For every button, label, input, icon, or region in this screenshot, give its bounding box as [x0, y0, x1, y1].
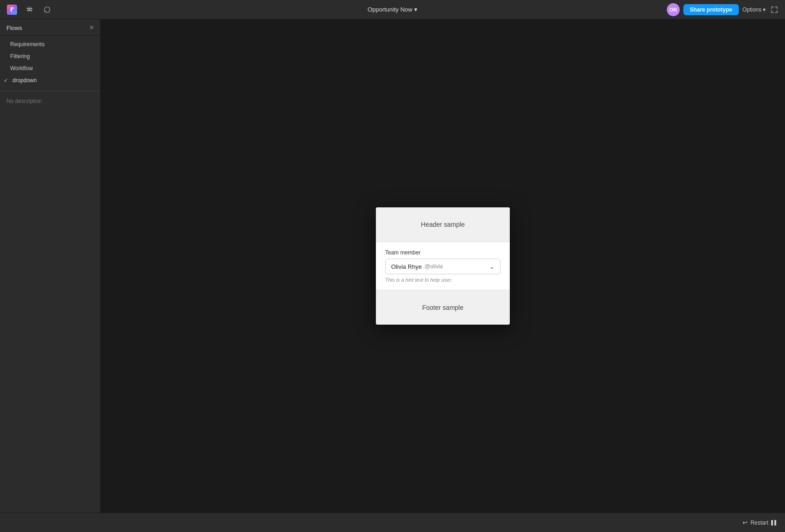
header-label: Header sample [421, 221, 465, 228]
svg-rect-2 [27, 10, 32, 11]
sidebar: Flows × Requirements Filtering Workflow … [0, 19, 101, 513]
topbar-right: OR Share prototype Options ▾ [667, 3, 779, 16]
flows-list: Requirements Filtering Workflow ✓ dropdo… [0, 36, 100, 89]
sidebar-divider [0, 91, 100, 91]
card-footer: Footer sample [376, 290, 510, 325]
flow-item-dropdown[interactable]: ✓ dropdown [0, 74, 100, 86]
dropdown-value: Olivia Rhye @olivia [391, 263, 443, 270]
title-text: Opportunity Now [368, 6, 412, 13]
share-prototype-button[interactable]: Share prototype [683, 4, 739, 15]
flow-label: Workflow [10, 65, 33, 72]
avatar: OR [667, 3, 680, 16]
figma-home-icon[interactable] [6, 3, 18, 16]
options-button[interactable]: Options ▾ [743, 6, 766, 13]
main-area: Flows × Requirements Filtering Workflow … [0, 19, 785, 513]
restart-label: Restart [750, 520, 768, 526]
flow-label: Requirements [10, 41, 45, 48]
bottombar: ↩ Restart [0, 513, 785, 532]
dropdown-main-text: Olivia Rhye [391, 263, 422, 270]
team-member-label: Team member [385, 249, 501, 256]
hint-text: This is a hint text to help user. [385, 277, 501, 283]
dropdown-chevron-icon: ⌄ [489, 263, 495, 270]
prototype-card: Header sample Team member Olivia Rhye @o… [376, 207, 510, 325]
topbar-left [6, 3, 54, 16]
close-sidebar-button[interactable]: × [90, 24, 94, 31]
card-body: Team member Olivia Rhye @olivia ⌄ This i… [376, 242, 510, 290]
restart-button[interactable]: ↩ Restart [743, 519, 778, 526]
restart-icon: ↩ [743, 519, 748, 526]
expand-icon[interactable] [769, 5, 779, 15]
flows-title: Flows [6, 24, 22, 31]
pause-icon [771, 520, 778, 526]
dropdown-sub-text: @olivia [424, 263, 443, 270]
flow-item-workflow[interactable]: Workflow [0, 62, 100, 74]
topbar: Opportunity Now ▾ OR Share prototype Opt… [0, 0, 785, 19]
chat-icon[interactable] [41, 3, 54, 16]
project-title[interactable]: Opportunity Now ▾ [368, 6, 417, 13]
team-member-dropdown[interactable]: Olivia Rhye @olivia ⌄ [385, 259, 501, 274]
no-description: No description [0, 93, 100, 109]
check-icon: ✓ [4, 78, 8, 84]
title-chevron: ▾ [414, 6, 417, 13]
footer-label: Footer sample [422, 304, 463, 311]
flow-item-filtering[interactable]: Filtering [0, 50, 100, 62]
flow-item-requirements[interactable]: Requirements [0, 38, 100, 50]
sidebar-header: Flows × [0, 19, 100, 36]
layers-icon[interactable] [23, 3, 36, 16]
canvas: Header sample Team member Olivia Rhye @o… [101, 19, 785, 513]
flow-label: Filtering [10, 53, 30, 60]
flow-label: dropdown [12, 77, 37, 84]
card-header: Header sample [376, 207, 510, 242]
